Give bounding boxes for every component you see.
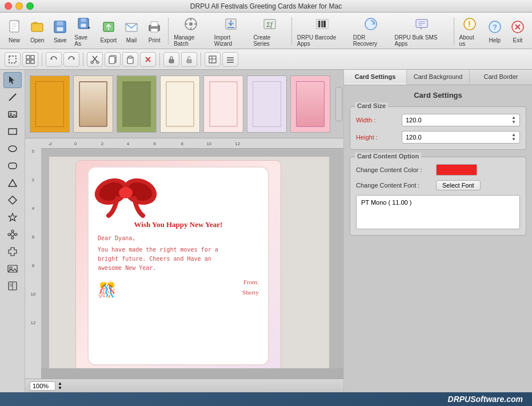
group-button[interactable] — [22, 52, 38, 67]
about-us-button[interactable]: ! About us — [457, 14, 483, 48]
svg-text:-2: -2 — [48, 141, 53, 146]
mail-button[interactable]: Mail — [121, 17, 142, 45]
exit-icon — [509, 18, 527, 36]
print-button[interactable]: Print — [143, 17, 165, 45]
rounded-rect-tool[interactable] — [3, 158, 22, 174]
unlock-button[interactable] — [181, 52, 197, 67]
card-content-group: Card Content Option Change Content Color… — [350, 157, 526, 236]
lines-button[interactable] — [222, 52, 238, 67]
card-size-group: Card Size Width : ▲ ▼ Height : — [350, 106, 526, 150]
ddr-recovery-button[interactable]: DDR Recovery — [351, 14, 391, 48]
import-wizard-label: Import Wizard — [214, 34, 248, 47]
book-tool[interactable] — [3, 278, 22, 294]
brand-text: DRPUSoftware.com — [448, 395, 523, 404]
star-tool[interactable] — [3, 209, 22, 225]
picture-tool[interactable] — [3, 261, 22, 277]
svg-point-89 — [8, 233, 10, 236]
zoom-stepper[interactable]: ▲ ▼ — [58, 381, 62, 391]
drpu-sms-label: DRPU Bulk SMS Apps — [395, 34, 449, 47]
main-toolbar: New Open Save + Save As Export Mail Pri — [0, 13, 532, 49]
width-input[interactable] — [406, 117, 454, 124]
svg-rect-65 — [129, 56, 132, 58]
thumbnail-scrollbar[interactable] — [335, 87, 342, 121]
undo-button[interactable] — [46, 52, 62, 67]
manage-batch-button[interactable]: Manage Batch — [171, 14, 211, 48]
cut-button[interactable] — [87, 52, 103, 67]
thumbnail-5[interactable] — [203, 75, 243, 133]
ellipse-tool[interactable] — [3, 141, 22, 157]
svg-rect-68 — [169, 59, 174, 63]
thumbnail-2[interactable] — [73, 75, 113, 133]
svg-point-60 — [91, 61, 93, 63]
save-as-button[interactable]: + Save As — [72, 14, 97, 48]
width-spinner[interactable]: ▲ ▼ — [511, 116, 516, 125]
window-controls — [5, 2, 34, 10]
flower-tool[interactable] — [3, 226, 22, 242]
image-tool[interactable] — [3, 106, 22, 122]
thumbnail-1[interactable] — [30, 75, 70, 133]
svg-rect-10 — [81, 18, 86, 22]
cross-tool[interactable] — [3, 244, 22, 260]
open-icon — [28, 18, 46, 36]
export-button[interactable]: Export — [98, 17, 119, 45]
exit-button[interactable]: Exit — [507, 17, 529, 45]
toolbar-sep-3 — [454, 17, 454, 45]
zoom-input[interactable] — [30, 381, 55, 391]
zoom-display: ▲ ▼ — [30, 381, 62, 391]
create-series-button[interactable]: Σf Create Series — [251, 14, 289, 48]
open-button[interactable]: Open — [26, 17, 48, 45]
height-spinner[interactable]: ▲ ▼ — [511, 133, 516, 142]
card-size-label: Card Size — [355, 102, 388, 109]
pointer-tool[interactable] — [3, 72, 22, 88]
delete-button[interactable] — [140, 52, 156, 67]
thumbnail-3[interactable] — [117, 75, 157, 133]
minimize-button[interactable] — [15, 2, 23, 10]
paste-button[interactable] — [122, 52, 138, 67]
create-series-label: Create Series — [253, 34, 286, 47]
svg-rect-5 — [31, 23, 43, 31]
card-sticker: 🎊 — [98, 282, 116, 297]
grid-button[interactable] — [205, 52, 221, 67]
font-row: Change Content Font : Select Font — [356, 180, 520, 190]
svg-rect-55 — [31, 60, 34, 63]
lock-button[interactable] — [163, 52, 179, 67]
open-label: Open — [30, 37, 44, 43]
svg-text:4: 4 — [32, 206, 35, 211]
line-tool[interactable] — [3, 89, 22, 105]
save-button[interactable]: Save — [49, 17, 71, 45]
exit-label: Exit — [513, 37, 523, 43]
font-display: PT Mono ( 11.00 ) — [356, 195, 520, 229]
help-button[interactable]: ? Help — [484, 17, 506, 45]
canvas-content[interactable]: Wish You Happy New Year! Dear Dyana, You… — [41, 149, 343, 368]
triangle-tool[interactable] — [3, 175, 22, 191]
toolbar-sep-2 — [291, 17, 292, 45]
rectangle-tool[interactable] — [3, 124, 22, 140]
thumbnail-6[interactable] — [247, 75, 287, 133]
redo-button[interactable] — [63, 52, 79, 67]
drpu-sms-icon — [413, 15, 431, 33]
svg-text:10: 10 — [206, 141, 211, 146]
import-wizard-button[interactable]: Import Wizard — [212, 14, 250, 48]
tab-card-settings[interactable]: Card Settings — [344, 70, 407, 85]
tab-card-border[interactable]: Card Border — [470, 70, 532, 85]
tab-card-background[interactable]: Card Background — [407, 70, 470, 85]
maximize-button[interactable] — [26, 2, 34, 10]
svg-rect-8 — [57, 27, 63, 31]
height-input-wrapper: ▲ ▼ — [402, 131, 520, 144]
drpu-barcode-button[interactable]: DRPU Barcode Apps — [295, 14, 350, 48]
svg-marker-84 — [9, 196, 17, 204]
height-input[interactable] — [406, 134, 454, 141]
diamond-tool[interactable] — [3, 192, 22, 208]
close-button[interactable] — [5, 2, 12, 10]
new-button[interactable]: New — [3, 17, 25, 45]
svg-point-90 — [15, 233, 17, 236]
color-swatch[interactable] — [436, 164, 477, 176]
canvas-area[interactable]: -2 0 2 4 6 8 10 12 0 2 4 6 8 — [25, 138, 343, 379]
thumbnail-7[interactable] — [290, 75, 330, 133]
select-tool-button[interactable] — [5, 52, 21, 67]
drpu-sms-button[interactable]: DRPU Bulk SMS Apps — [393, 14, 451, 48]
copy-button[interactable] — [105, 52, 121, 67]
ruler-left: 0 2 4 6 8 10 12 — [25, 138, 41, 379]
thumbnail-4[interactable] — [160, 75, 200, 133]
select-font-button[interactable]: Select Font — [436, 180, 481, 190]
